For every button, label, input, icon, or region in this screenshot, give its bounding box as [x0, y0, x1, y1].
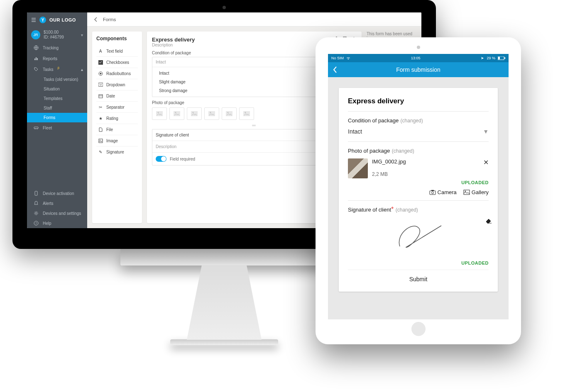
condition-label: Condition of package: [348, 117, 399, 124]
sidebar-item-help[interactable]: ? Help: [27, 218, 87, 228]
breadcrumb[interactable]: Forms: [103, 17, 116, 22]
svg-point-36: [348, 59, 349, 60]
device-icon: [34, 191, 39, 196]
sidebar-item-tracking[interactable]: Tracking: [27, 42, 87, 53]
component-text-field[interactable]: AText field: [96, 46, 138, 57]
radio-icon: [98, 71, 103, 76]
signature-label: Signature of client: [348, 207, 391, 213]
sidebar-label: Help: [43, 221, 51, 226]
logo-badge: Y: [39, 17, 46, 23]
sidebar-label: Alerts: [43, 201, 54, 206]
svg-text:?: ?: [35, 222, 37, 225]
chevron-down-icon: ▼: [483, 128, 489, 135]
signature-canvas[interactable]: [348, 217, 489, 259]
text-icon: A: [98, 49, 103, 54]
form-title[interactable]: Express delivery: [152, 37, 334, 43]
svg-point-8: [35, 212, 37, 214]
component-file[interactable]: File: [96, 124, 138, 135]
condition-select[interactable]: Intact ▼: [348, 124, 489, 136]
battery-label: 29 %: [487, 56, 495, 60]
account-selector[interactable]: JR $100.00 ID: #46799 ▾: [27, 27, 87, 42]
photo-slot[interactable]: [152, 107, 167, 120]
photo-slot[interactable]: [169, 107, 184, 120]
pen-icon: ✎: [98, 149, 103, 154]
sidebar-item-alerts[interactable]: Alerts: [27, 198, 87, 208]
chevron-down-icon: ▾: [81, 33, 83, 37]
photo-slot[interactable]: [239, 107, 254, 120]
sidebar: Y OUR LOGO JR $100.00 ID: #46799 ▾ Track…: [27, 12, 87, 228]
topbar: Forms: [87, 12, 421, 27]
svg-point-32: [245, 112, 246, 113]
sidebar-label: Devices and settings: [43, 211, 81, 216]
back-icon[interactable]: [332, 66, 338, 74]
svg-point-41: [431, 192, 433, 194]
sidebar-label: Tasks: [43, 67, 54, 72]
component-image[interactable]: Image: [96, 135, 138, 146]
svg-rect-43: [464, 190, 470, 195]
uploaded-badge: UPLOADED: [348, 180, 489, 185]
chevron-up-icon: ▴: [81, 67, 83, 72]
file-size: 2,2 MB: [372, 171, 406, 177]
tablet-device: No SIM 13:05 ➤ 29 % Form submission Expr…: [316, 37, 521, 344]
sidebar-item-reports[interactable]: Reports: [27, 53, 87, 64]
image-icon: [98, 138, 103, 143]
signature-label: Signature of client: [156, 133, 189, 137]
svg-point-28: [210, 112, 211, 113]
menu-icon[interactable]: [31, 17, 36, 22]
sidebar-item-situation[interactable]: Situation: [27, 84, 87, 94]
sidebar-item-settings[interactable]: Devices and settings: [27, 208, 87, 218]
component-rating[interactable]: ★Rating: [96, 113, 138, 124]
component-separator[interactable]: ✂Separator: [96, 102, 138, 113]
file-icon: [98, 127, 103, 132]
help-icon: ?: [34, 221, 39, 226]
camera-button[interactable]: Camera: [429, 189, 457, 195]
photo-thumbnail[interactable]: [348, 158, 368, 178]
svg-point-30: [228, 112, 229, 113]
svg-point-24: [175, 112, 176, 113]
battery-icon: [498, 56, 505, 60]
card-title: Express delivery: [348, 97, 489, 105]
submit-button[interactable]: Submit: [348, 270, 489, 282]
svg-point-44: [465, 191, 466, 192]
sidebar-item-fleet[interactable]: Fleet: [27, 122, 87, 133]
status-bar: No SIM 13:05 ➤ 29 %: [328, 54, 509, 62]
svg-point-22: [158, 112, 159, 113]
globe-icon: [34, 45, 39, 50]
star-icon: ★: [98, 116, 103, 121]
sidebar-item-tasks-old[interactable]: Tasks (old version): [27, 75, 87, 84]
svg-rect-40: [430, 191, 436, 195]
sidebar-item-activation[interactable]: Device activation: [27, 188, 87, 198]
component-signature[interactable]: ✎Signature: [96, 146, 138, 157]
svg-rect-4: [34, 127, 38, 129]
gallery-button[interactable]: Gallery: [463, 189, 489, 195]
sidebar-label: Tracking: [43, 46, 59, 50]
calendar-icon: [98, 93, 103, 98]
required-toggle[interactable]: [156, 156, 166, 162]
form-description[interactable]: Description: [152, 43, 334, 47]
photo-slot[interactable]: [204, 107, 219, 120]
svg-rect-42: [431, 190, 434, 191]
brand-name: OUR LOGO: [49, 17, 76, 22]
dropdown-icon: [98, 82, 103, 87]
clock: 13:05: [353, 56, 478, 60]
component-dropdown[interactable]: Dropdown: [96, 79, 138, 90]
sidebar-item-templates[interactable]: Templates: [27, 94, 87, 103]
car-icon: [34, 125, 39, 130]
nav-bar: Form submission: [328, 62, 509, 77]
sidebar-item-tasks[interactable]: Tasks β ▴: [27, 64, 87, 75]
component-checkboxes[interactable]: Checkboxes: [96, 57, 138, 68]
svg-point-17: [100, 140, 100, 141]
svg-rect-2: [36, 57, 37, 60]
photo-slot[interactable]: [187, 107, 202, 120]
svg-rect-15: [99, 95, 103, 98]
sidebar-item-staff[interactable]: Staff: [27, 103, 87, 113]
home-button[interactable]: [411, 322, 426, 336]
component-date[interactable]: Date: [96, 90, 138, 102]
sidebar-item-forms[interactable]: Forms: [27, 113, 87, 122]
bell-icon: [34, 201, 39, 206]
remove-file-icon[interactable]: ✕: [483, 158, 489, 166]
component-radiobuttons[interactable]: Radiobuttons: [96, 68, 138, 79]
photo-slot[interactable]: [222, 107, 237, 120]
back-icon[interactable]: [93, 17, 99, 22]
required-mark: *: [391, 206, 394, 213]
